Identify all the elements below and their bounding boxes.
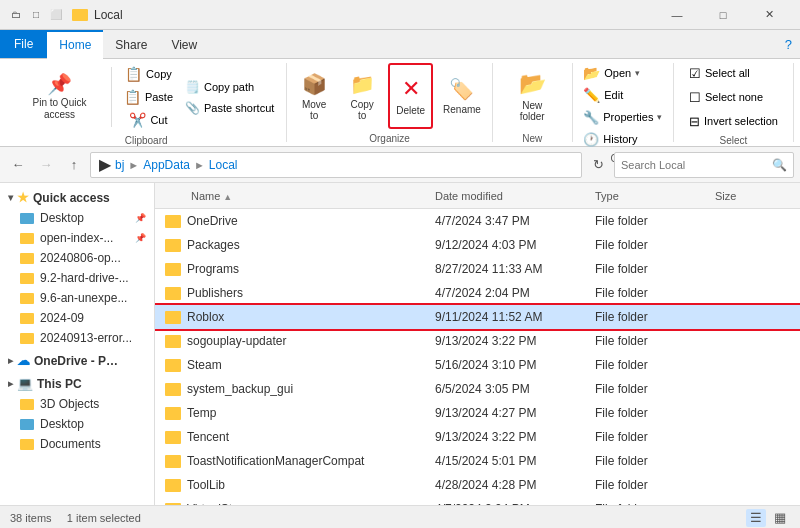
copy-path-button[interactable]: 🗒️ Copy path [181,77,278,97]
open-button[interactable]: 📂 Open ▾ [579,63,644,83]
open-label: Open [604,67,631,79]
cut-button[interactable]: ✂️ Cut [118,109,179,131]
file-name-cell: Roblox [155,310,435,324]
tab-file[interactable]: File [0,30,47,58]
maximize-button[interactable]: □ [700,0,746,30]
col-type[interactable]: Type [595,190,715,202]
path-bj[interactable]: bj [115,158,124,172]
file-type-cell: File folder [595,262,715,276]
help-button[interactable]: ? [785,37,792,52]
file-name-cell: ToolLib [155,478,435,492]
copy-path-icon: 🗒️ [185,80,200,94]
forward-button[interactable]: → [34,153,58,177]
col-name[interactable]: Name▲ [155,190,435,202]
properties-button[interactable]: 🔧 Properties ▾ [579,107,666,127]
back-button[interactable]: ← [6,153,30,177]
minimize-button[interactable]: — [654,0,700,30]
computer-icon: 💻 [17,376,33,391]
large-icons-button[interactable]: ▦ [770,509,790,527]
file-name-text: system_backup_gui [187,382,293,396]
sidebar-header-quickaccess[interactable]: ▾ ★ Quick access [0,187,154,208]
copy-to-button[interactable]: 📁 Copy to [340,63,384,129]
tab-share[interactable]: Share [103,30,159,58]
table-row[interactable]: system_backup_gui 6/5/2024 3:05 PM File … [155,377,800,401]
status-left: 38 items 1 item selected [10,512,141,524]
table-row[interactable]: VirtualStore 4/7/2024 2:04 PM File folde… [155,497,800,505]
ribbon-group-select: ☑ Select all ☐ Select none ⊟ Invert sele… [674,63,794,142]
search-input[interactable] [621,159,768,171]
sidebar-item-20240913[interactable]: 20240913-error... [0,328,154,348]
table-row[interactable]: OneDrive 4/7/2024 3:47 PM File folder [155,209,800,233]
details-view-button[interactable]: ☰ [746,509,766,527]
table-row[interactable]: Steam 5/16/2024 3:10 PM File folder [155,353,800,377]
file-type-cell: File folder [595,334,715,348]
open-items: 📂 Open ▾ ✏️ Edit 🔧 Properties ▾ 🕐 Histor… [579,63,666,149]
tab-home[interactable]: Home [47,30,103,59]
move-to-button[interactable]: 📦 Move to [292,63,336,129]
table-row[interactable]: Temp 9/13/2024 4:27 PM File folder [155,401,800,425]
invert-selection-button[interactable]: ⊟ Invert selection [685,111,782,131]
select-all-button[interactable]: ☑ Select all [685,63,754,83]
file-name-cell: Packages [155,238,435,252]
sidebar-item-desktop2[interactable]: Desktop [0,414,154,434]
sidebar-item-documents[interactable]: Documents [0,434,154,454]
rename-label: Rename [443,104,481,115]
rename-button[interactable]: 🏷️ Rename [437,63,487,129]
select-none-icon: ☐ [689,90,701,105]
table-row[interactable]: Packages 9/12/2024 4:03 PM File folder [155,233,800,257]
copy-button[interactable]: 📋 Copy [118,63,179,85]
sidebar-header-onedrive[interactable]: ▸ ☁ OneDrive - Perso... [0,350,154,371]
paste-label: Paste [145,91,173,103]
file-type-cell: File folder [595,214,715,228]
sidebar-item-2024-09[interactable]: 2024-09 [0,308,154,328]
table-row[interactable]: sogouplay-updater 9/13/2024 3:22 PM File… [155,329,800,353]
onedrive-label: OneDrive - Perso... [34,354,124,368]
folder-icon [20,253,34,264]
file-name-text: Roblox [187,310,224,324]
ribbon-group-new: 📂 New folder New [493,63,573,142]
folder-icon [20,233,34,244]
paste-shortcut-button[interactable]: 📎 Paste shortcut [181,98,278,118]
address-path[interactable]: ▶ bj ► AppData ► Local [90,152,582,178]
refresh-button[interactable]: ↻ [586,153,610,177]
window-icon-sm: 🗀 [8,7,24,23]
file-type-cell: File folder [595,430,715,444]
up-button[interactable]: ↑ [62,153,86,177]
copy-path-label: Copy path [204,81,254,93]
table-row[interactable]: Tencent 9/13/2024 3:22 PM File folder [155,425,800,449]
delete-label: Delete [396,105,425,116]
expand-icon: ▸ [8,378,13,389]
select-none-button[interactable]: ☐ Select none [685,87,767,107]
delete-button[interactable]: ✕ Delete [388,63,433,129]
sidebar-header-thispc[interactable]: ▸ 💻 This PC [0,373,154,394]
select-none-label: Select none [705,91,763,103]
table-row[interactable]: Roblox 9/11/2024 11:52 AM File folder [155,305,800,329]
folder-icon [20,439,34,450]
table-row[interactable]: Programs 8/27/2024 11:33 AM File folder [155,257,800,281]
pin-to-quick-access-button[interactable]: 📌 Pin to Quick access [14,64,105,130]
ribbon-group-clipboard: 📌 Pin to Quick access 📋 Copy 📋 Paste [6,63,287,142]
folder-icon [20,293,34,304]
history-button[interactable]: 🕐 History [579,129,641,149]
sidebar-item-20240806[interactable]: 20240806-op... [0,248,154,268]
file-name-cell: Tencent [155,430,435,444]
tab-view[interactable]: View [159,30,209,58]
sidebar-item-label: 20240806-op... [40,251,121,265]
table-row[interactable]: ToastNotificationManagerCompat 4/15/2024… [155,449,800,473]
edit-button[interactable]: ✏️ Edit [579,85,627,105]
sidebar-item-9-2[interactable]: 9.2-hard-drive-... [0,268,154,288]
paste-button[interactable]: 📋 Paste [118,86,179,108]
sidebar-item-desktop[interactable]: Desktop 📌 [0,208,154,228]
sidebar-item-openindex[interactable]: open-index-... 📌 [0,228,154,248]
col-size[interactable]: Size [715,190,795,202]
sidebar-item-9-6[interactable]: 9.6-an-unexpe... [0,288,154,308]
close-button[interactable]: ✕ [746,0,792,30]
table-row[interactable]: Publishers 4/7/2024 2:04 PM File folder [155,281,800,305]
col-date[interactable]: Date modified [435,190,595,202]
new-folder-button[interactable]: 📂 New folder [510,63,554,129]
path-local[interactable]: Local [209,158,238,172]
path-appdata[interactable]: AppData [143,158,190,172]
sidebar-item-3dobjects[interactable]: 3D Objects [0,394,154,414]
table-row[interactable]: ToolLib 4/28/2024 4:28 PM File folder [155,473,800,497]
open-arrow: ▾ [635,68,640,78]
